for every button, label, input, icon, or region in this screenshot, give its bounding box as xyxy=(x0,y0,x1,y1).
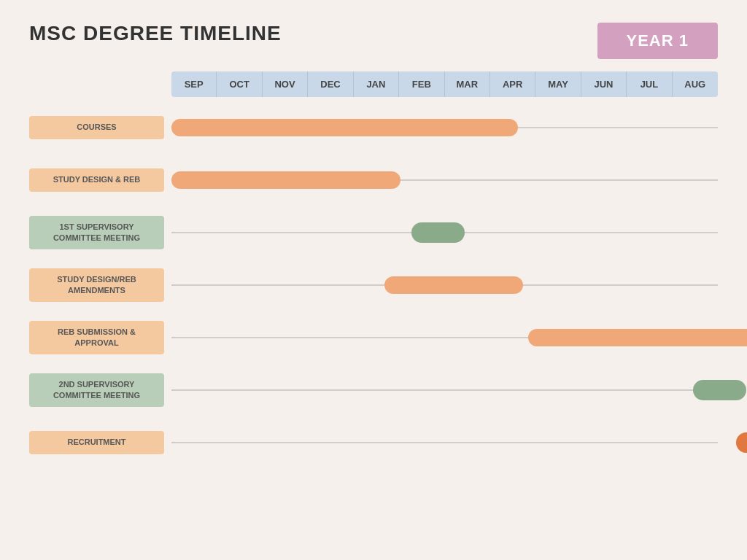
month-cell-oct: OCT xyxy=(217,71,262,97)
track-line xyxy=(171,390,718,391)
timeline-container: SEPOCTNOVDECJANFEBMARAPRMAYJUNJULAUG COU… xyxy=(29,71,718,464)
months-row: SEPOCTNOVDECJANFEBMARAPRMAYJUNJULAUG xyxy=(171,71,718,97)
timeline-row-study-design-reb: STUDY DESIGN & REB xyxy=(29,158,718,202)
month-cell-feb: FEB xyxy=(399,71,444,97)
row-label-study-design-amendments: STUDY DESIGN/REB AMENDMENTS xyxy=(29,268,164,303)
timeline-row-1st-supervisory: 1ST SUPERVISORY COMMITTEE MEETING xyxy=(29,211,718,254)
month-cell-jul: JUL xyxy=(627,71,672,97)
row-label-2nd-supervisory: 2ND SUPERVISORY COMMITTEE MEETING xyxy=(29,373,164,408)
bar-courses xyxy=(171,119,518,136)
track-line xyxy=(171,443,718,443)
track-courses xyxy=(171,117,718,139)
track-study-design-amendments xyxy=(171,274,718,296)
dot-2nd-supervisory xyxy=(693,380,746,400)
track-2nd-supervisory xyxy=(171,379,718,401)
timeline-row-courses: COURSES xyxy=(29,106,718,149)
row-label-recruitment: RECRUITMENT xyxy=(29,431,164,454)
month-cell-jun: JUN xyxy=(581,71,627,97)
dot-1st-supervisory xyxy=(411,222,465,243)
row-label-reb-submission: REB SUBMISSION & APPROVAL xyxy=(29,321,164,355)
timeline-row-reb-submission: REB SUBMISSION & APPROVAL xyxy=(29,316,718,359)
page-title: MSC DEGREE TIMELINE xyxy=(29,22,282,45)
row-label-courses: COURSES xyxy=(29,116,164,139)
track-study-design-reb xyxy=(171,169,718,191)
timeline-row-recruitment: RECRUITMENT xyxy=(29,421,718,464)
track-recruitment xyxy=(171,432,718,454)
bar-reb-submission xyxy=(528,329,747,346)
bar-study-design-amendments xyxy=(384,276,523,294)
month-cell-sep: SEP xyxy=(171,71,217,97)
timeline-row-2nd-supervisory: 2ND SUPERVISORY COMMITTEE MEETING xyxy=(29,368,718,412)
row-label-study-design-reb: STUDY DESIGN & REB xyxy=(29,168,164,191)
timeline-row-study-design-amendments: STUDY DESIGN/REB AMENDMENTS xyxy=(29,263,718,307)
row-label-1st-supervisory: 1ST SUPERVISORY COMMITTEE MEETING xyxy=(29,216,164,250)
month-cell-jan: JAN xyxy=(354,71,399,97)
month-cell-aug: AUG xyxy=(673,71,718,97)
dot-sm-recruitment xyxy=(736,432,747,453)
month-cell-nov: NOV xyxy=(263,71,308,97)
track-reb-submission xyxy=(171,327,718,349)
month-cell-may: MAY xyxy=(535,71,581,97)
month-cell-dec: DEC xyxy=(308,71,353,97)
track-1st-supervisory xyxy=(171,222,718,244)
year-badge: YEAR 1 xyxy=(597,23,718,59)
bar-study-design-reb xyxy=(171,171,400,189)
month-cell-apr: APR xyxy=(490,71,535,97)
month-cell-mar: MAR xyxy=(445,71,490,97)
